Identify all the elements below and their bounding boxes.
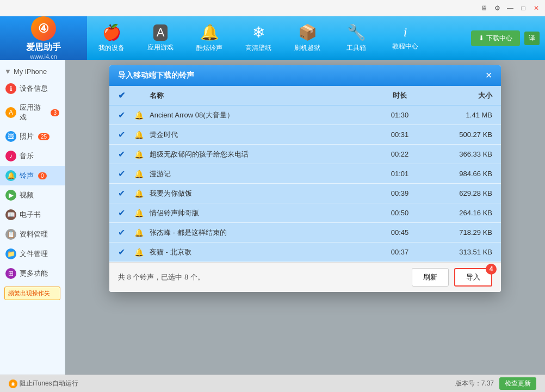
row-check: ✔ (118, 110, 134, 120)
row-bell-icon: 🔔 (134, 189, 150, 198)
table-row[interactable]: ✔ 🔔 张杰峰 - 都是这样结束的 00:45 718.29 KB (109, 223, 501, 242)
col-duration-header: 时长 (373, 91, 427, 101)
minimize-button[interactable]: — (506, 4, 515, 13)
row-duration: 01:01 (373, 170, 427, 178)
sidebar-item-music[interactable]: ♪ 音乐 (0, 146, 65, 166)
nav-tutorial[interactable]: i 教程中心 (381, 16, 430, 60)
sidebar-item-data-mgmt[interactable]: 📋 资料管理 (0, 225, 65, 244)
footer-buttons: 刷新 导入 4 (412, 268, 492, 287)
nav-my-device[interactable]: 🍎 我的设备 (87, 16, 136, 60)
nav-wallpaper-label: 高清壁纸 (245, 43, 271, 53)
ringtone-label: 铃声 (20, 171, 34, 181)
sidebar-item-more[interactable]: ⊞ 更多功能 (0, 264, 65, 283)
row-size: 1.41 MB (427, 111, 492, 119)
modal-footer: 共 8 个铃声，已选中 8 个。 刷新 导入 4 (109, 262, 501, 292)
row-duration: 00:39 (373, 189, 427, 197)
table-row[interactable]: ✔ 🔔 情侣铃声帅哥版 00:50 264.16 KB (109, 203, 501, 223)
modal-title: 导入移动端下载的铃声 (118, 71, 194, 80)
nav-wallpaper-icon: ❄ (252, 23, 265, 41)
maximize-button[interactable]: □ (519, 4, 528, 13)
nav-toolbox-label: 工具箱 (346, 43, 366, 53)
row-duration: 01:30 (373, 111, 427, 119)
nav-jailbreak[interactable]: 📦 刷机越狱 (283, 16, 332, 60)
header-right: ⬇ 下载中心 译 (471, 30, 545, 46)
col-check-header: ✔ (118, 90, 134, 101)
nav-toolbox[interactable]: 🔧 工具箱 (332, 16, 381, 60)
sidebar-item-device-info[interactable]: ℹ 设备信息 (0, 79, 65, 98)
more-icon: ⊞ (5, 268, 16, 279)
row-size: 629.28 KB (427, 189, 492, 197)
logo-area: ④ 爱思助手 www.i4.cn (0, 16, 87, 60)
row-duration: 00:50 (373, 209, 427, 217)
modal-overlay: 导入移动端下载的铃声 ✕ ✔ 名称 时长 大小 ✔ 🔔 Anc (65, 60, 545, 375)
table-header: ✔ 名称 时长 大小 (109, 86, 501, 105)
ebook-label: 电子书 (20, 210, 41, 220)
table-row[interactable]: ✔ 🔔 我要为你做饭 00:39 629.28 KB (109, 184, 501, 203)
row-name: 情侣铃声帅哥版 (150, 208, 373, 218)
ringtone-badge: 0 (38, 172, 47, 179)
nav-ringtone-icon: 🔔 (200, 23, 219, 41)
nav-tutorial-icon: i (404, 25, 407, 40)
nav-toolbox-icon: 🔧 (347, 23, 366, 41)
modal-close-button[interactable]: ✕ (485, 71, 492, 80)
table-row[interactable]: ✔ 🔔 超级无敌郁闷的孩子给您来电话 00:22 366.33 KB (109, 145, 501, 164)
row-size: 500.27 KB (427, 130, 492, 139)
row-name: 超级无敌郁闷的孩子给您来电话 (150, 150, 373, 159)
sidebar-item-ringtone[interactable]: 🔔 铃声 0 (0, 166, 65, 185)
row-check: ✔ (118, 188, 134, 198)
table-row[interactable]: ✔ 🔔 黄金时代 00:31 500.27 KB (109, 125, 501, 145)
device-info-icon: ℹ (5, 83, 16, 94)
sidebar-item-app-game[interactable]: A 应用游戏 3 (0, 98, 65, 127)
row-bell-icon: 🔔 (134, 248, 150, 257)
photos-icon: 🖼 (5, 131, 16, 142)
table-row[interactable]: ✔ 🔔 Ancient Arrow 08(大音量） 01:30 1.41 MB (109, 105, 501, 125)
nav-jailbreak-icon: 📦 (298, 23, 317, 41)
footer-status: 共 8 个铃声，已选中 8 个。 (118, 272, 205, 282)
nav-ringtone[interactable]: 🔔 酷炫铃声 (185, 16, 234, 60)
nav-app-game[interactable]: A 应用游戏 (136, 16, 185, 60)
table-row[interactable]: ✔ 🔔 夜猫 - 北京歌 00:37 313.51 KB (109, 242, 501, 262)
row-check: ✔ (118, 208, 134, 218)
row-bell-icon: 🔔 (134, 150, 150, 159)
settings-icon[interactable]: ⚙ (493, 4, 501, 13)
table-row[interactable]: ✔ 🔔 漫游记 01:01 984.66 KB (109, 164, 501, 184)
header-check-icon: ✔ (118, 91, 125, 100)
row-bell-icon: 🔔 (134, 170, 150, 178)
sidebar-item-photos[interactable]: 🖼 照片 25 (0, 127, 65, 146)
bottombar-left: ◉ 阻止iTunes自动运行 (9, 379, 78, 388)
download-center-button[interactable]: ⬇ 下载中心 (471, 30, 520, 46)
refresh-button[interactable]: 刷新 (412, 268, 449, 287)
row-size: 984.66 KB (427, 170, 492, 178)
device-info-label: 设备信息 (20, 84, 48, 94)
nav-app-icon: A (153, 24, 168, 41)
itunes-toggle-button[interactable]: ◉ 阻止iTunes自动运行 (9, 379, 78, 388)
video-label: 视频 (20, 190, 34, 200)
nav-wallpaper[interactable]: ❄ 高清壁纸 (234, 16, 283, 60)
import-button[interactable]: 导入 4 (454, 268, 492, 287)
row-name: 黄金时代 (150, 130, 373, 140)
row-duration: 00:22 (373, 150, 427, 158)
nav-app-label: 应用游戏 (147, 43, 174, 52)
modal-dialog: 导入移动端下载的铃声 ✕ ✔ 名称 时长 大小 ✔ 🔔 Anc (109, 65, 501, 292)
sidebar-notice[interactable]: 频繁出现操作失 (4, 287, 60, 300)
row-bell-icon: 🔔 (134, 130, 150, 139)
row-name: 夜猫 - 北京歌 (150, 247, 373, 257)
row-name: Ancient Arrow 08(大音量） (150, 110, 373, 120)
more-label: 更多功能 (20, 269, 48, 278)
sidebar-item-ebook[interactable]: 📖 电子书 (0, 205, 65, 225)
row-bell-icon: 🔔 (134, 111, 150, 120)
app-game-label: 应用游戏 (20, 103, 46, 122)
row-size: 366.33 KB (427, 150, 492, 158)
modal-table-body: ✔ 🔔 Ancient Arrow 08(大音量） 01:30 1.41 MB … (109, 105, 501, 262)
header: ④ 爱思助手 www.i4.cn 🍎 我的设备 A 应用游戏 🔔 酷炫铃声 ❄ … (0, 16, 545, 60)
app-game-icon: A (5, 107, 16, 118)
row-name: 漫游记 (150, 169, 373, 179)
sidebar-item-video[interactable]: ▶ 视频 (0, 185, 65, 205)
row-bell-icon: 🔔 (134, 228, 150, 237)
close-button[interactable]: ✕ (532, 4, 541, 13)
monitor-icon[interactable]: 🖥 (480, 4, 488, 13)
row-check: ✔ (118, 169, 134, 179)
translate-button[interactable]: 译 (524, 32, 540, 45)
sidebar-item-file-mgmt[interactable]: 📁 文件管理 (0, 244, 65, 264)
check-update-button[interactable]: 检查更新 (499, 377, 536, 390)
